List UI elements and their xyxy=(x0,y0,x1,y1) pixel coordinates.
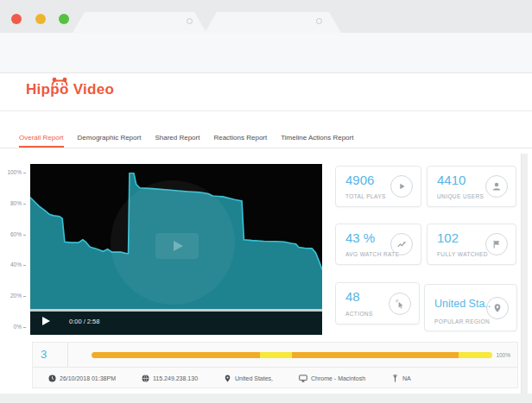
session-device: Chrome - Macintosh xyxy=(299,375,365,382)
session-region: United States, xyxy=(224,375,273,382)
stat-card-total-plays: 4906 TOTAL PLAYS xyxy=(335,166,421,207)
tab-dot-icon xyxy=(316,18,322,24)
tab-shared-report[interactable]: Shared Report xyxy=(155,128,200,148)
stat-value: 102 xyxy=(437,230,459,245)
watch-progress-bar xyxy=(92,352,492,358)
play-triangle-icon xyxy=(174,241,183,251)
y-axis-label: 100% xyxy=(3,169,26,175)
logo-text: Hippo Video xyxy=(26,81,114,98)
browser-tab[interactable] xyxy=(205,12,341,33)
clock-icon xyxy=(48,375,56,382)
y-axis-label: 0% xyxy=(3,324,26,330)
player-control-bar: 0:00 / 2:58 xyxy=(30,309,322,335)
stat-value: United Sta.. xyxy=(434,298,491,310)
minimize-window-button[interactable] xyxy=(35,14,46,24)
stat-value: 43 % xyxy=(345,230,375,245)
stat-card-popular-region: United Sta.. POPULAR REGION xyxy=(424,284,517,331)
stat-value: 4906 xyxy=(345,173,374,187)
play-icon xyxy=(390,175,413,198)
session-datetime: 26/10/2018 01:38PM xyxy=(48,375,116,382)
globe-icon xyxy=(142,375,149,382)
trend-icon xyxy=(390,233,413,255)
session-index: 3 xyxy=(33,343,68,367)
stat-label: ACTIONS xyxy=(345,311,373,317)
y-axis-label: 40% xyxy=(3,261,26,268)
tab-overall-report[interactable]: Overall Report xyxy=(19,128,64,148)
maximize-window-button[interactable] xyxy=(59,14,69,24)
close-window-button[interactable] xyxy=(11,14,22,24)
stat-value: 4410 xyxy=(437,173,466,187)
location-pin-icon xyxy=(486,297,509,319)
report-tab-bar: Overall Report Demographic Report Shared… xyxy=(0,128,532,148)
stat-label: UNIQUE USERS xyxy=(437,193,484,199)
session-meta-row: 26/10/2018 01:38PM 115.249.238.130 Unite… xyxy=(33,368,517,388)
big-play-button[interactable] xyxy=(155,233,199,259)
progress-segment xyxy=(260,352,292,358)
scrollbar[interactable] xyxy=(521,154,528,403)
y-axis-label: 80% xyxy=(3,200,26,206)
y-axis-label: 60% xyxy=(3,231,26,237)
tab-demographic-report[interactable]: Demographic Report xyxy=(78,128,142,148)
cursor-click-icon xyxy=(389,293,411,315)
browser-tab-bar xyxy=(0,0,532,33)
page-content: Hippo Video Overall Report Demographic R… xyxy=(0,73,532,394)
progress-segment xyxy=(292,352,459,358)
stat-card-avg-watch-rate: 43 % AVG WATCH RATE xyxy=(335,224,421,265)
stat-card-fully-watched: 102 FULLY WATCHED xyxy=(427,224,516,265)
stat-label: FULLY WATCHED xyxy=(437,251,488,257)
time-display: 0:00 / 2:58 xyxy=(69,309,99,335)
play-button[interactable] xyxy=(42,317,50,325)
session-ip: 115.249.238.130 xyxy=(142,375,198,382)
stat-label: TOTAL PLAYS xyxy=(345,193,386,199)
flag-icon xyxy=(485,233,508,255)
progress-segment xyxy=(92,352,260,358)
progress-percent-label: 100% xyxy=(496,352,510,358)
stat-value: 48 xyxy=(345,289,360,304)
header-divider xyxy=(0,110,532,111)
monitor-icon xyxy=(299,375,307,382)
hippo-ears-icon xyxy=(49,77,70,86)
hippo-video-logo[interactable]: Hippo Video xyxy=(26,81,114,98)
page-bottom-margin xyxy=(0,394,532,403)
y-axis-label: 20% xyxy=(3,293,26,299)
browser-window: https://hippovideo.io/video/play/Xy44wS9… xyxy=(0,0,532,403)
stat-label: AVG WATCH RATE xyxy=(345,251,399,257)
session-row[interactable]: 3 100% 26/10/2018 01:38PM 115.249.238.13… xyxy=(32,342,518,388)
session-network: NA xyxy=(391,375,411,382)
stat-card-unique-users: 4410 UNIQUE USERS xyxy=(427,166,516,207)
signal-icon xyxy=(391,375,399,382)
browser-tab[interactable] xyxy=(73,12,206,33)
browser-toolbar: https://hippovideo.io/video/play/Xy44wS9… xyxy=(0,33,532,73)
tab-timeline-actions-report[interactable]: Timeline Actions Report xyxy=(281,128,353,148)
stat-label: POPULAR REGION xyxy=(434,318,490,324)
tab-reactions-report[interactable]: Reactions Report xyxy=(213,128,267,148)
user-icon xyxy=(485,175,508,198)
location-pin-icon xyxy=(224,375,231,382)
video-player[interactable]: 0:00 / 2:58 xyxy=(30,164,322,335)
stat-card-actions: 48 ACTIONS xyxy=(335,282,420,324)
tab-dot-icon xyxy=(187,18,193,24)
progress-segment xyxy=(459,352,492,358)
